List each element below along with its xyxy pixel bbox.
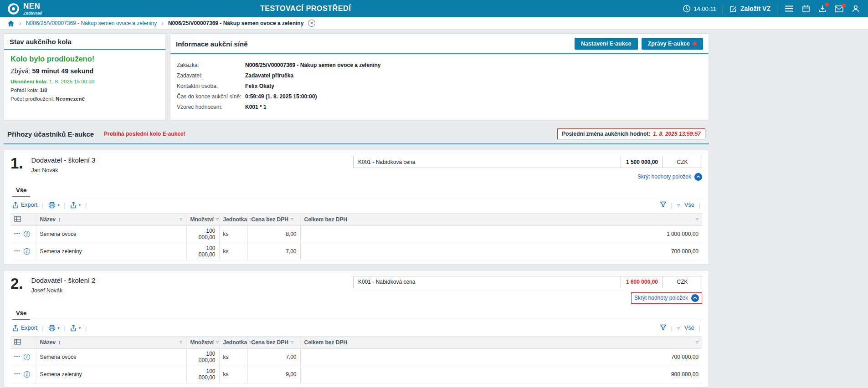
- close-breadcrumb-icon[interactable]: ✕: [308, 20, 315, 27]
- calendar-icon: [802, 5, 810, 13]
- item-qty: 100 000,00: [186, 243, 219, 260]
- column-label: Celkem bez DPH: [304, 339, 348, 346]
- export-button[interactable]: Export: [12, 325, 37, 332]
- nen-logo[interactable]: NEN Zadavatel: [7, 2, 42, 15]
- column-header-unit[interactable]: Jednotka▽: [219, 336, 247, 348]
- info-panel-title: Informace aukční síně: [176, 40, 248, 48]
- filter-button[interactable]: [660, 324, 667, 332]
- time-remaining-value: 59 minut 49 sekund: [32, 67, 94, 75]
- menu-button[interactable]: [784, 4, 795, 13]
- filter-dropdown-icon[interactable]: ▽: [216, 340, 219, 344]
- filter-dropdown-icon[interactable]: ▽: [180, 217, 182, 221]
- notification-dot: [842, 4, 846, 7]
- share-dropdown-icon[interactable]: ▾: [79, 203, 81, 207]
- show-all-link[interactable]: Vše: [684, 325, 694, 331]
- tab-all[interactable]: Vše: [12, 308, 30, 320]
- round-end-label: Ukončení kola:: [10, 79, 48, 84]
- grid-settings-header[interactable]: [10, 213, 36, 225]
- eauction-settings-button[interactable]: Nastavení E-aukce: [575, 38, 637, 50]
- column-label: Množství: [190, 216, 214, 223]
- tab-all[interactable]: Vše: [12, 185, 30, 197]
- share-button[interactable]: ▾: [70, 325, 81, 332]
- info-row: Zakázka: N006/25/V00007369 - Nákup semen…: [177, 62, 702, 68]
- toolbar-divider: |: [699, 202, 700, 209]
- printer-icon: [48, 202, 56, 209]
- view-dropdown[interactable]: ▽: [677, 326, 680, 330]
- show-all-link[interactable]: Vše: [684, 202, 694, 208]
- time-remaining: Zbývá: 59 minut 49 sekund: [10, 67, 159, 75]
- breadcrumb-separator: ›: [161, 20, 164, 26]
- create-vz-button[interactable]: Založit VZ: [729, 5, 770, 13]
- print-dropdown-icon[interactable]: ▾: [58, 203, 60, 207]
- row-actions-icon[interactable]: •••: [14, 232, 21, 236]
- column-header-price[interactable]: Cena bez DPH▽: [247, 336, 300, 348]
- breadcrumb-item-current[interactable]: N006/25/V00007369 - Nákup semen ovoce a …: [168, 20, 304, 26]
- hide-item-values-link[interactable]: Skrýt hodnoty položek: [637, 173, 702, 181]
- filter-dropdown-icon[interactable]: ▽: [216, 217, 219, 221]
- participant-contact: Jan Novák: [31, 167, 96, 174]
- last-round-notice: Probíhá poslední kolo E-aukce!: [104, 131, 185, 137]
- column-header-total[interactable]: Celkem bez DPH▽: [300, 336, 702, 348]
- column-header-price[interactable]: Cena bez DPH▽: [247, 213, 300, 225]
- filter-button[interactable]: [660, 201, 667, 209]
- clock-icon: [683, 5, 691, 13]
- export-button[interactable]: Export: [12, 202, 37, 209]
- filter-dropdown-icon[interactable]: ▽: [291, 340, 293, 344]
- downloads-button[interactable]: [817, 4, 827, 14]
- grid-icon: [14, 216, 21, 222]
- hide-item-values-link[interactable]: Skrýt hodnoty položek: [634, 294, 699, 302]
- create-vz-label: Založit VZ: [740, 5, 770, 12]
- toolbar-divider: |: [699, 325, 700, 332]
- filter-icon: [660, 201, 667, 208]
- column-header-name[interactable]: Název↑▽: [36, 336, 186, 348]
- home-breadcrumb[interactable]: [7, 20, 15, 27]
- info-label: Vzorec hodnocení:: [177, 104, 245, 110]
- header-divider: [777, 4, 777, 13]
- filter-dropdown-icon[interactable]: ▽: [180, 340, 182, 344]
- item-name: Semena zeleniny: [36, 366, 186, 383]
- table-header-row: Název↑▽ Množství▽ Jednotka▽ Cena bez DPH…: [10, 336, 702, 348]
- filter-dropdown-icon[interactable]: ▽: [696, 340, 699, 344]
- share-button[interactable]: ▾: [70, 202, 81, 209]
- info-icon[interactable]: i: [24, 248, 30, 255]
- print-button[interactable]: ▾: [48, 202, 60, 209]
- grid-icon: [14, 339, 21, 345]
- column-header-qty[interactable]: Množství▽: [186, 336, 219, 348]
- item-unit: ks: [219, 348, 247, 366]
- participant-rank: 2.: [10, 276, 23, 304]
- item-row: •••i Semena ovoce 100 000,00 ks 7,00 700…: [10, 348, 702, 366]
- last-change-value: 1. 8. 2025 13:59:57: [653, 131, 701, 137]
- toolbar-divider: |: [85, 325, 87, 332]
- chevron-up-icon: [691, 294, 699, 302]
- print-button[interactable]: ▾: [48, 325, 60, 332]
- row-actions-icon[interactable]: •••: [14, 355, 21, 359]
- share-dropdown-icon[interactable]: ▾: [79, 326, 81, 330]
- column-header-unit[interactable]: Jednotka▽: [219, 213, 247, 225]
- grid-settings-header[interactable]: [10, 336, 36, 348]
- round-end: Ukončení kola: 1. 8. 2025 15:00:00: [10, 79, 159, 84]
- messages-button[interactable]: [834, 5, 844, 13]
- print-dropdown-icon[interactable]: ▾: [58, 326, 60, 330]
- column-header-name[interactable]: Název↑▽: [36, 213, 186, 225]
- column-header-total[interactable]: Celkem bez DPH▽: [300, 213, 702, 225]
- calendar-button[interactable]: [801, 4, 811, 14]
- eauction-messages-button[interactable]: Zprávy E-aukce: [642, 38, 703, 50]
- breadcrumb-item-contract[interactable]: N006/25/V00007369 - Nákup semen ovoce a …: [26, 20, 157, 26]
- bids-section-header: Příhozy účastníků E-aukce Probíhá posled…: [4, 127, 709, 144]
- bid-summary-row: K001 - Nabídková cena 1 500 000,00 CZK: [353, 156, 702, 168]
- item-total: 1 000 000,00: [300, 225, 702, 243]
- filter-dropdown-icon[interactable]: ▽: [696, 217, 699, 221]
- column-label: Jednotka: [223, 339, 247, 346]
- round-extended-message: Kolo bylo prodlouženo!: [10, 55, 159, 63]
- view-dropdown[interactable]: ▽: [677, 203, 680, 207]
- filter-dropdown-icon[interactable]: ▽: [291, 217, 293, 221]
- info-icon[interactable]: i: [24, 231, 30, 237]
- column-label: Jednotka: [223, 216, 247, 223]
- info-icon[interactable]: i: [24, 371, 30, 378]
- info-icon[interactable]: i: [24, 354, 30, 360]
- top-header-bar: NEN Zadavatel TESTOVACÍ PROSTŘEDÍ 14:00:…: [0, 0, 868, 17]
- row-actions-icon[interactable]: •••: [14, 249, 21, 253]
- row-actions-icon[interactable]: •••: [14, 372, 21, 376]
- profile-button[interactable]: [851, 4, 861, 14]
- column-header-qty[interactable]: Množství▽: [186, 213, 219, 225]
